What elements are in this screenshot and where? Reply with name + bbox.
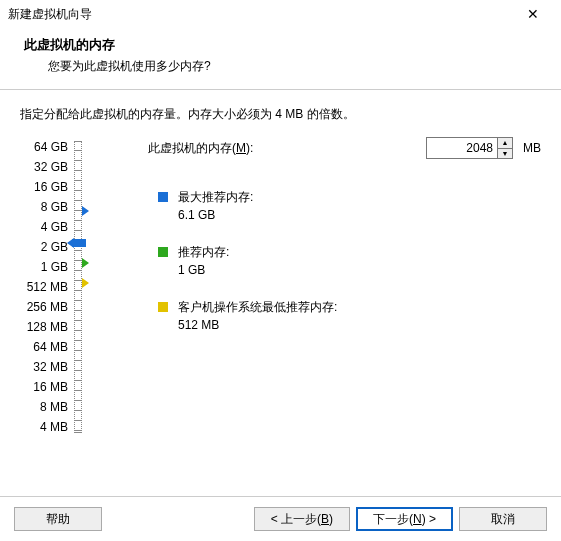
memory-slider[interactable]	[74, 141, 82, 433]
help-button[interactable]: 帮助	[14, 507, 102, 531]
max-rec-title: 最大推荐内存:	[178, 189, 253, 206]
spin-down-icon[interactable]: ▼	[498, 149, 512, 159]
scale-tick: 64 MB	[20, 337, 68, 357]
memory-scale: 64 GB32 GB16 GB8 GB4 GB2 GB1 GB512 MB256…	[20, 137, 88, 354]
scale-tick: 4 GB	[20, 217, 68, 237]
spin-up-icon[interactable]: ▲	[498, 138, 512, 149]
rec-title: 推荐内存:	[178, 244, 229, 261]
window-title: 新建虚拟机向导	[8, 6, 92, 23]
max-rec-value: 6.1 GB	[178, 208, 253, 222]
scale-tick: 32 MB	[20, 357, 68, 377]
min-rec-title: 客户机操作系统最低推荐内存:	[178, 299, 337, 316]
min-swatch-icon	[158, 302, 168, 312]
memory-label: 此虚拟机的内存(M):	[148, 140, 420, 157]
scale-tick: 64 GB	[20, 137, 68, 157]
scale-tick: 32 GB	[20, 157, 68, 177]
scale-tick: 16 MB	[20, 377, 68, 397]
close-icon[interactable]: ✕	[513, 2, 553, 26]
back-button[interactable]: < 上一步(B)	[254, 507, 350, 531]
cancel-button[interactable]: 取消	[459, 507, 547, 531]
instruction-text: 指定分配给此虚拟机的内存量。内存大小必须为 4 MB 的倍数。	[0, 90, 561, 131]
next-button[interactable]: 下一步(N) >	[356, 507, 453, 531]
max-recommended: 最大推荐内存: 6.1 GB	[158, 189, 541, 222]
rec-value: 1 GB	[178, 263, 229, 277]
scale-tick: 16 GB	[20, 177, 68, 197]
scale-tick: 1 GB	[20, 257, 68, 277]
page-subtitle: 您要为此虚拟机使用多少内存?	[24, 58, 561, 75]
rec-swatch-icon	[158, 247, 168, 257]
scale-tick: 8 MB	[20, 397, 68, 417]
thumb-marker-icon	[67, 238, 74, 248]
min-rec-value: 512 MB	[178, 318, 337, 332]
scale-tick: 2 GB	[20, 237, 68, 257]
scale-tick: 8 GB	[20, 197, 68, 217]
scale-tick: 128 MB	[20, 317, 68, 337]
scale-tick: 512 MB	[20, 277, 68, 297]
recommended: 推荐内存: 1 GB	[158, 244, 541, 277]
page-title: 此虚拟机的内存	[24, 36, 561, 54]
slider-thumb[interactable]	[72, 239, 86, 247]
scale-tick: 4 MB	[20, 417, 68, 437]
memory-unit: MB	[523, 141, 541, 155]
scale-tick: 256 MB	[20, 297, 68, 317]
max-swatch-icon	[158, 192, 168, 202]
min-recommended: 客户机操作系统最低推荐内存: 512 MB	[158, 299, 541, 332]
memory-input[interactable]	[427, 138, 497, 158]
